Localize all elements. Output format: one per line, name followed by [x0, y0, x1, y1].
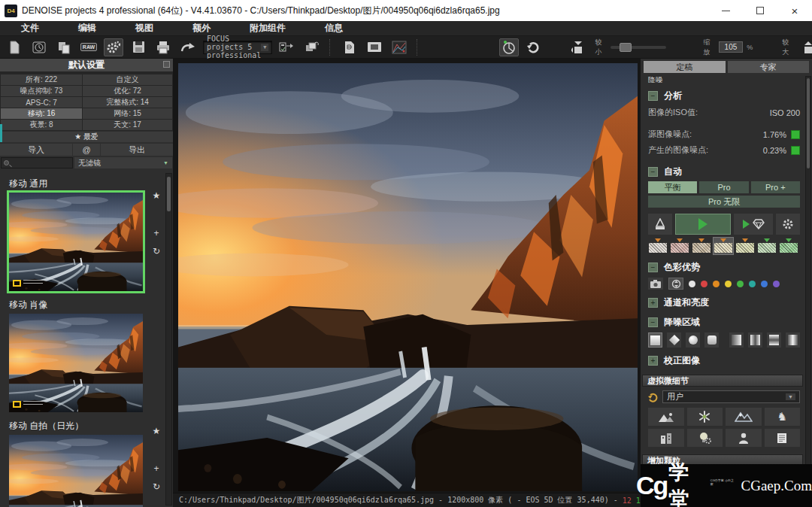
menu-addons[interactable]: 附加组件: [250, 22, 286, 35]
collapse-icon[interactable]: −: [648, 263, 658, 272]
print-button[interactable]: [153, 38, 173, 56]
preset-document-button[interactable]: [765, 429, 801, 447]
peak-histogram-button[interactable]: [648, 214, 672, 235]
zoom-value[interactable]: 105: [719, 41, 744, 53]
menu-view[interactable]: 视图: [135, 22, 153, 35]
area-gradient-horizontal-button[interactable]: [767, 332, 781, 348]
new-file-button[interactable]: [5, 38, 24, 56]
noise-swatch-6[interactable]: [757, 238, 777, 254]
fit-smaller-button[interactable]: [568, 38, 588, 56]
raw-import-button[interactable]: RAW: [79, 38, 98, 56]
copy-settings-button[interactable]: [54, 38, 74, 56]
settings-button[interactable]: [104, 38, 123, 56]
color-dot-red[interactable]: [701, 281, 707, 287]
category-web[interactable]: 网络: 15: [83, 108, 172, 119]
mode-pro-unlimited-button[interactable]: Pro 无限: [648, 196, 800, 208]
color-dot-white[interactable]: [689, 281, 695, 287]
collapse-icon[interactable]: −: [648, 167, 658, 177]
noise-swatch-4[interactable]: [714, 238, 733, 254]
auto-wb-button[interactable]: [668, 278, 683, 290]
menu-info[interactable]: 信息: [325, 22, 343, 35]
close-button[interactable]: ×: [777, 0, 812, 21]
preset-architecture-button[interactable]: [648, 429, 684, 447]
compare-view-button[interactable]: [499, 38, 519, 56]
fullscreen-view-button[interactable]: [365, 38, 384, 56]
add-variant-icon[interactable]: +: [153, 229, 159, 238]
area-diamond-button[interactable]: [667, 332, 681, 348]
micro-details-dropdown[interactable]: 用户 ▼: [662, 390, 800, 403]
batch-images-button[interactable]: [302, 38, 322, 56]
preset-mountain-button[interactable]: [726, 408, 762, 426]
menu-file[interactable]: 文件: [21, 22, 39, 35]
category-all[interactable]: 所有: 222: [1, 74, 82, 85]
area-full-button[interactable]: [648, 332, 662, 348]
favorites-button[interactable]: ★ 最爱: [0, 132, 173, 142]
mode-balanced-button[interactable]: 平衡: [648, 181, 697, 193]
color-dot-orange[interactable]: [713, 281, 720, 287]
noise-swatch-3[interactable]: [692, 238, 711, 254]
area-gradient-left-button[interactable]: [729, 332, 744, 348]
noise-swatch-1[interactable]: [648, 238, 668, 254]
panel-scrollbar[interactable]: [805, 76, 811, 505]
color-dot-green[interactable]: [737, 281, 744, 287]
export-preset-button[interactable]: 导出: [101, 144, 173, 156]
preset-item-mobile-general[interactable]: 移动 通用 ★ + ↻: [9, 178, 173, 291]
fit-larger-button[interactable]: [798, 38, 812, 56]
collapse-icon[interactable]: −: [648, 91, 658, 101]
image-canvas[interactable]: [173, 59, 641, 493]
expand-icon[interactable]: +: [648, 298, 658, 308]
scrollbar-thumb[interactable]: [167, 177, 171, 211]
export-button[interactable]: [178, 38, 198, 56]
preset-horse-button[interactable]: ♞: [765, 408, 801, 426]
area-circle-button[interactable]: [686, 332, 700, 348]
color-dot-yellow[interactable]: [725, 281, 732, 287]
save-button[interactable]: [129, 38, 148, 56]
menu-extras[interactable]: 额外: [192, 22, 211, 35]
preset-item-mobile-portrait[interactable]: 移动 肖像 ★ + ↻: [9, 299, 173, 412]
preset-lowlight-button[interactable]: [687, 429, 723, 447]
at-button[interactable]: @: [73, 144, 100, 156]
area-gradient-edges-button[interactable]: [786, 332, 800, 348]
histogram-button[interactable]: [389, 38, 409, 56]
preset-landscape-button[interactable]: [648, 408, 684, 426]
camera-button[interactable]: [648, 278, 663, 290]
run-settings-button[interactable]: [776, 214, 800, 235]
zoom-slider-thumb[interactable]: [620, 43, 632, 52]
tab-expert[interactable]: 专家: [728, 61, 810, 73]
maximize-button[interactable]: [743, 0, 777, 21]
area-gradient-center-button[interactable]: [748, 332, 762, 348]
noise-swatch-7[interactable]: [779, 238, 798, 254]
category-mobile[interactable]: 移动: 16: [1, 108, 82, 119]
thumbnail-scrollbar[interactable]: [165, 173, 172, 505]
filter-dropdown[interactable]: 无滤镜 ▼: [74, 157, 172, 168]
color-dot-purple[interactable]: [773, 281, 780, 287]
mode-pro-plus-button[interactable]: Pro +: [751, 181, 800, 193]
preset-flower-button[interactable]: [687, 408, 723, 426]
collapse-icon[interactable]: −: [648, 317, 658, 327]
category-fullformat[interactable]: 完整格式: 14: [83, 97, 172, 108]
noise-swatch-2[interactable]: [670, 238, 689, 254]
expand-icon[interactable]: +: [648, 356, 658, 366]
panel-pin-icon[interactable]: [163, 61, 170, 68]
preset-thumbnail[interactable]: [9, 435, 143, 507]
favorite-star-icon[interactable]: ★: [153, 191, 161, 200]
reset-icon[interactable]: [648, 392, 659, 402]
category-astro[interactable]: 天文: 17: [83, 120, 172, 130]
focus-projects-dropdown[interactable]: FOCUS projects 5 professional ▼: [203, 41, 272, 54]
run-denoise-button[interactable]: [675, 214, 731, 235]
run-premium-button[interactable]: [734, 214, 773, 235]
area-rounded-button[interactable]: [704, 332, 719, 348]
preset-portrait-button[interactable]: [726, 429, 762, 447]
category-night[interactable]: 夜景: 8: [1, 120, 82, 130]
preset-thumbnail[interactable]: [9, 314, 143, 412]
preset-thumbnail[interactable]: [9, 193, 143, 291]
menu-edit[interactable]: 编辑: [78, 22, 96, 35]
recalculate-button[interactable]: [524, 38, 544, 56]
noise-swatch-5[interactable]: [735, 238, 755, 254]
category-apsc[interactable]: APS-C: 7: [1, 97, 82, 108]
minimize-button[interactable]: [708, 0, 743, 21]
category-custom[interactable]: 自定义: [83, 74, 172, 85]
preset-item-mobile-selfie[interactable]: 移动 自拍（日光） ★ + ↻: [9, 420, 173, 507]
import-button[interactable]: 导入: [0, 144, 72, 156]
batch-processing-button[interactable]: [340, 38, 359, 56]
